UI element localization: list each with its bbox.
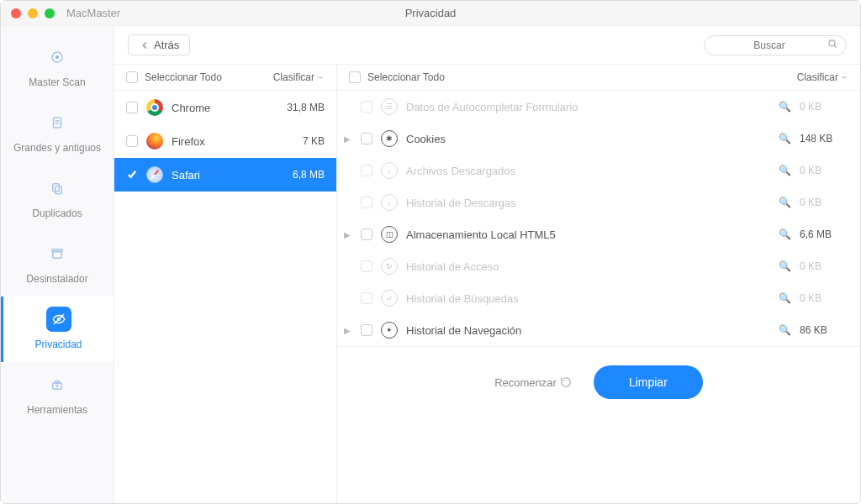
sidebar-item-label: Duplicados [32, 207, 82, 219]
sidebar-item-uninstaller[interactable]: Desinstalador [1, 231, 114, 297]
svg-point-1 [56, 56, 59, 59]
checkbox[interactable] [361, 260, 372, 272]
fullscreen-icon[interactable] [45, 8, 55, 18]
magnifier-icon[interactable]: 🔍 [779, 165, 791, 176]
sort-button[interactable]: Clasificar [273, 71, 325, 83]
search-input[interactable] [704, 35, 847, 55]
back-button[interactable]: Atrás [128, 34, 190, 55]
select-all-checkbox[interactable] [126, 71, 138, 83]
sidebar-item-large-old[interactable]: Grandes y antiguos [1, 100, 114, 165]
back-label: Atrás [154, 39, 179, 51]
footer: Recomenzar Limpiar [337, 346, 860, 417]
checkbox[interactable] [126, 135, 138, 147]
search-icon [827, 38, 838, 53]
form-icon: ☰ [381, 98, 398, 115]
checkbox[interactable] [361, 165, 372, 176]
checkbox[interactable] [361, 228, 372, 240]
checkbox[interactable] [361, 292, 372, 304]
close-icon[interactable] [11, 8, 21, 18]
magnifier-icon[interactable]: 🔍 [779, 228, 791, 240]
magnifier-icon[interactable]: 🔍 [779, 197, 791, 208]
detail-row-access-history[interactable]: ▶ ↻ Historial de Acceso 🔍 0 KB [337, 250, 860, 282]
select-all-checkbox[interactable] [349, 71, 361, 83]
toolbox-icon [45, 372, 70, 397]
download-icon: ↓ [381, 194, 398, 211]
chevron-down-icon [316, 73, 325, 81]
window-controls [11, 8, 55, 18]
magnifier-icon[interactable]: 🔍 [779, 101, 791, 113]
detail-label: Almacenamiento Local HTML5 [406, 228, 770, 241]
detail-label: Historial de Descargas [406, 197, 770, 209]
magnifier-icon[interactable]: 🔍 [779, 260, 791, 272]
browser-row-chrome[interactable]: Chrome 31,8 MB [114, 91, 336, 124]
sidebar-item-tools[interactable]: Herramientas [1, 362, 114, 428]
target-icon [45, 45, 70, 70]
detail-size: 0 KB [800, 197, 847, 208]
detail-label: Datos de Autocompletar Formulario [406, 101, 770, 113]
window-title: Privacidad [405, 7, 457, 19]
file-icon [45, 110, 70, 135]
toolbar: Atrás [114, 26, 860, 64]
browser-name: Safari [172, 169, 284, 181]
search-box [704, 35, 847, 55]
sidebar-item-privacy[interactable]: Privacidad [1, 297, 114, 362]
detail-row-autofill[interactable]: ▶ ☰ Datos de Autocompletar Formulario 🔍 … [337, 91, 860, 123]
expand-arrow-icon[interactable]: ▶ [344, 326, 352, 335]
browser-row-safari[interactable]: Safari 6,8 MB [114, 158, 336, 192]
sidebar: Master Scan Grandes y antiguos Duplicado… [1, 26, 114, 503]
expand-arrow-icon[interactable]: ▶ [344, 230, 352, 239]
detail-row-downloaded-files[interactable]: ▶ ↓ Archivos Descargados 🔍 0 KB [337, 155, 860, 186]
detail-row-download-history[interactable]: ▶ ↓ Historial de Descargas 🔍 0 KB [337, 186, 860, 218]
browser-size: 6,8 MB [293, 169, 325, 181]
detail-row-search-history[interactable]: ▶ ⤾ Historial de Búsquedas 🔍 0 KB [337, 282, 860, 314]
magnifier-icon[interactable]: 🔍 [779, 292, 791, 304]
detail-size: 0 KB [800, 260, 847, 272]
browser-name: Firefox [172, 135, 294, 148]
sidebar-item-master-scan[interactable]: Master Scan [1, 34, 114, 100]
checkbox[interactable] [361, 324, 372, 336]
rescan-button[interactable]: Recomenzar [494, 376, 572, 389]
left-column-header: Seleccionar Todo Clasificar [114, 64, 336, 91]
magnifier-icon[interactable]: 🔍 [779, 133, 791, 144]
sidebar-item-label: Herramientas [27, 404, 87, 416]
checkbox[interactable] [126, 169, 138, 181]
minimize-icon[interactable] [28, 8, 38, 18]
firefox-icon [146, 133, 163, 150]
checkbox[interactable] [126, 102, 138, 113]
detail-size: 0 KB [800, 101, 847, 113]
checkbox[interactable] [361, 101, 372, 113]
detail-row-cookies[interactable]: ▶ ✱ Cookies 🔍 148 KB [337, 123, 860, 155]
detail-size: 148 KB [800, 133, 847, 144]
compass-icon: ✦ [381, 322, 398, 339]
detail-label: Historial de Acceso [406, 260, 770, 273]
clean-button[interactable]: Limpiar [594, 365, 703, 399]
app-name: MacMaster [66, 7, 120, 19]
copy-icon [45, 176, 70, 201]
detail-size: 0 KB [800, 292, 847, 304]
detail-label: Historial de Búsquedas [406, 292, 770, 305]
sidebar-item-label: Master Scan [29, 76, 85, 88]
app-window: MacMaster Privacidad Master Scan Grandes… [0, 0, 861, 504]
svg-line-15 [834, 45, 837, 47]
checkbox[interactable] [361, 197, 372, 208]
sort-button[interactable]: Clasificar [797, 71, 848, 83]
detail-size: 6,6 MB [800, 228, 847, 240]
detail-list: Seleccionar Todo Clasificar ▶ ☰ Datos de… [337, 64, 860, 503]
checkbox[interactable] [361, 133, 372, 144]
browser-list: Seleccionar Todo Clasificar Chrome 31,8 … [114, 64, 337, 503]
eye-off-icon [46, 307, 71, 332]
browser-row-firefox[interactable]: Firefox 7 KB [114, 124, 336, 158]
browser-size: 31,8 MB [287, 102, 325, 113]
sidebar-item-label: Grandes y antiguos [13, 142, 101, 154]
box-icon [45, 241, 70, 266]
expand-arrow-icon[interactable]: ▶ [344, 134, 352, 144]
sidebar-item-duplicates[interactable]: Duplicados [1, 165, 114, 231]
sidebar-item-label: Privacidad [34, 339, 82, 350]
main-body: Master Scan Grandes y antiguos Duplicado… [1, 26, 860, 503]
magnifier-icon[interactable]: 🔍 [779, 324, 791, 336]
browser-size: 7 KB [303, 135, 325, 147]
detail-label: Cookies [406, 133, 770, 145]
detail-row-html5-storage[interactable]: ▶ ◫ Almacenamiento Local HTML5 🔍 6,6 MB [337, 218, 860, 250]
detail-row-browsing-history[interactable]: ▶ ✦ Historial de Navegación 🔍 86 KB [337, 314, 860, 346]
main-panel: Atrás Seleccionar Todo Clasificar [114, 26, 860, 503]
